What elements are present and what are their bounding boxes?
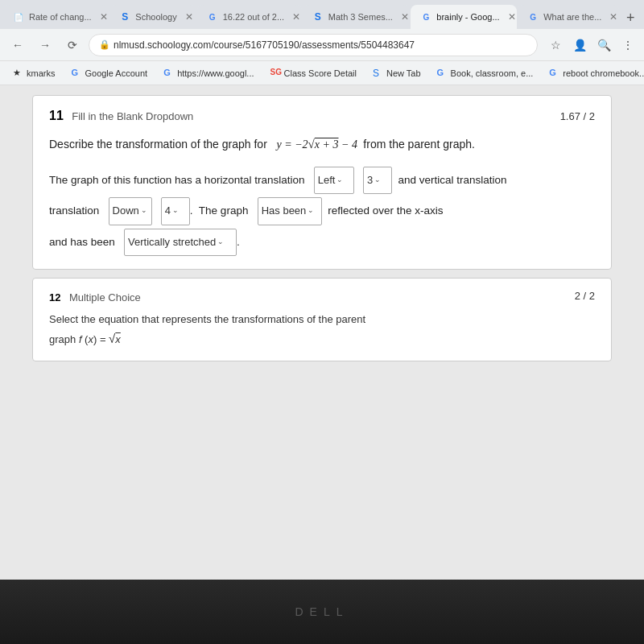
- back-button[interactable]: ←: [6, 34, 29, 56]
- tab-icon-6: G: [527, 11, 539, 23]
- chevron-vert-amt: ⌄: [172, 203, 179, 219]
- tab-close-2[interactable]: ✕: [185, 11, 193, 23]
- bookmark-icon-newtab: S: [373, 68, 384, 79]
- question-11-number: 11: [49, 109, 64, 122]
- question-12-header: 12 Multiple Choice 2 / 2: [49, 290, 595, 304]
- question-11-header: 11 Fill in the Blank Dropdown 1.67 / 2: [49, 109, 595, 123]
- chevron-amount-h: ⌄: [374, 172, 381, 188]
- bookmark-googl[interactable]: G https://www.googl...: [157, 65, 260, 81]
- address-icons: ☆ 👤 🔍 ⋮: [546, 35, 638, 55]
- select-reflected[interactable]: Has been ⌄: [258, 197, 322, 225]
- bookmark-icon-reboot: G: [549, 68, 560, 79]
- profile-icon[interactable]: 👤: [570, 35, 589, 55]
- bookmark-icon-book: G: [437, 68, 448, 79]
- forward-button[interactable]: →: [34, 34, 56, 56]
- tab-schoology[interactable]: S Schoology ✕: [109, 5, 196, 29]
- bookmark-book[interactable]: G Book, classroom, e...: [431, 65, 540, 81]
- q12-formula: graph f (x) = √x: [49, 328, 595, 349]
- bookmark-icon-google: G: [71, 68, 82, 79]
- tab-brainly[interactable]: G brainly - Goog... ✕: [411, 5, 517, 29]
- tab-icon-2: S: [119, 11, 130, 23]
- question-12-card: 12 Multiple Choice 2 / 2 Select the equa…: [32, 278, 612, 361]
- bookmarks-bar: ★ kmarks G Google Account G https://www.…: [0, 61, 644, 85]
- reload-button[interactable]: ⟳: [61, 34, 84, 56]
- tab-icon-5: G: [420, 11, 431, 23]
- laptop-bezel-bottom: DELL: [0, 580, 644, 644]
- new-tab-button[interactable]: +: [620, 6, 641, 29]
- tab-close-3[interactable]: ✕: [292, 11, 300, 23]
- page-content: 11 Fill in the Blank Dropdown 1.67 / 2 D…: [0, 85, 644, 644]
- chevron-stretch: ⌄: [217, 234, 224, 250]
- tab-close-4[interactable]: ✕: [401, 11, 409, 23]
- select-amount-h[interactable]: 3 ⌄: [363, 167, 392, 195]
- question-11-card: 11 Fill in the Blank Dropdown 1.67 / 2 D…: [32, 95, 612, 270]
- tab-close-5[interactable]: ✕: [508, 11, 516, 23]
- tab-what-are[interactable]: G What are the... ✕: [518, 5, 619, 29]
- answer-area-q11: The graph of this function has a horizon…: [49, 167, 595, 257]
- tab-bar: 📄 Rate of chang... ✕ S Schoology ✕ G 16.…: [0, 0, 644, 29]
- laptop-brand: DELL: [295, 605, 349, 618]
- question-11-label: 11 Fill in the Blank Dropdown: [49, 109, 193, 123]
- question-12-type: Multiple Choice: [69, 291, 141, 303]
- tab-icon-1: 📄: [13, 11, 24, 23]
- browser-window: 📄 Rate of chang... ✕ S Schoology ✕ G 16.…: [0, 0, 644, 644]
- question-11-type: Fill in the Blank Dropdown: [72, 110, 193, 122]
- bookmark-new-tab[interactable]: S New Tab: [366, 65, 427, 81]
- tab-close-1[interactable]: ✕: [100, 11, 108, 23]
- tab-icon-4: S: [312, 11, 324, 23]
- math-formula-q11: y = −2√x + 3 − 4: [276, 138, 360, 151]
- tab-rate-of-change[interactable]: 📄 Rate of chang... ✕: [3, 5, 109, 29]
- tab-close-6[interactable]: ✕: [609, 11, 617, 23]
- address-bar[interactable]: 🔒 nlmusd.schoology.com/course/5167705190…: [89, 34, 538, 56]
- question-12-label: 12 Multiple Choice: [49, 290, 141, 304]
- bookmark-class-score[interactable]: SG Class Score Detail: [264, 65, 363, 81]
- question-12-number: 12: [49, 291, 60, 303]
- search-icon[interactable]: 🔍: [594, 35, 613, 55]
- chevron-reflected: ⌄: [308, 203, 314, 219]
- bookmark-reboot[interactable]: G reboot chromebook...: [543, 65, 644, 81]
- question-12-body: Select the equation that represents the …: [49, 311, 595, 349]
- menu-icon[interactable]: ⋮: [618, 35, 638, 55]
- select-vertical-amt[interactable]: 4 ⌄: [161, 197, 190, 225]
- chevron-direction: ⌄: [336, 172, 343, 188]
- question-12-score: 2 / 2: [575, 290, 595, 304]
- select-vertical-dir[interactable]: Down ⌄: [109, 197, 152, 225]
- address-bar-row: ← → ⟳ 🔒 nlmusd.schoology.com/course/5167…: [0, 29, 644, 61]
- bookmark-icon-sg: SG: [270, 68, 282, 79]
- bookmark-star-icon[interactable]: ☆: [546, 35, 565, 55]
- bookmark-icon-kmarks: ★: [13, 68, 24, 79]
- question-11-body: Describe the transformation of the graph…: [49, 134, 595, 155]
- question-11-score: 1.67 / 2: [560, 110, 595, 122]
- bookmark-icon-googl: G: [163, 68, 175, 79]
- tab-icon-3: G: [207, 11, 218, 23]
- chevron-vert-dir: ⌄: [141, 203, 147, 219]
- tab-math3[interactable]: S Math 3 Semes... ✕: [303, 5, 411, 29]
- tab-1622[interactable]: G 16.22 out of 2... ✕: [197, 5, 302, 29]
- select-stretch[interactable]: Vertically stretched ⌄: [124, 229, 237, 257]
- bookmark-google-account[interactable]: G Google Account: [64, 65, 154, 81]
- select-direction[interactable]: Left ⌄: [314, 167, 354, 195]
- bookmark-kmarks[interactable]: ★ kmarks: [6, 65, 61, 81]
